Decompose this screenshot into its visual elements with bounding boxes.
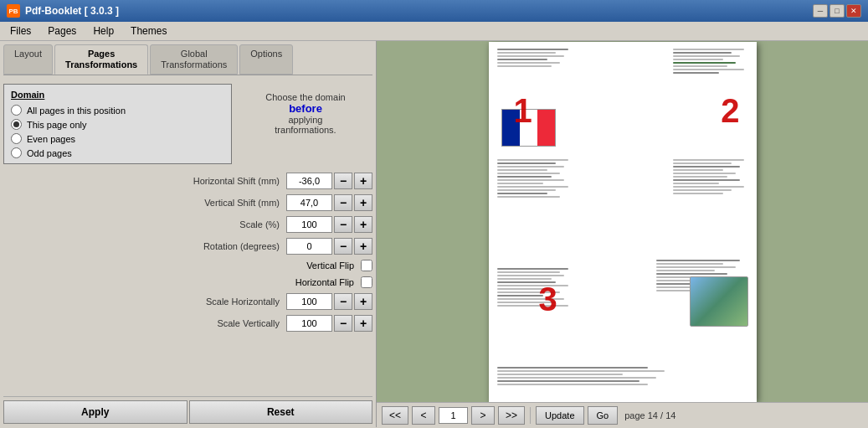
text-col-1	[497, 49, 573, 67]
page-number-2: 2	[721, 92, 739, 130]
scale-input[interactable]	[286, 216, 332, 233]
page-number-3: 3	[539, 281, 557, 318]
vertical-shift-row: Vertical Shift (mm) − +	[3, 194, 372, 211]
main-container: Layout PagesTransformations GlobalTransf…	[0, 41, 868, 427]
scale-vertically-group: − +	[286, 315, 372, 332]
tab-options[interactable]: Options	[239, 44, 293, 75]
reset-button[interactable]: Reset	[189, 400, 373, 424]
scale-horizontally-minus[interactable]: −	[334, 293, 352, 310]
pdf-page: 1 2	[489, 42, 757, 402]
vertical-flip-checkbox[interactable]	[361, 260, 372, 271]
radio-circle-odd	[11, 147, 22, 158]
scale-vertically-label: Scale Vertically	[3, 318, 286, 328]
scale-plus[interactable]: +	[354, 216, 372, 233]
horizontal-shift-row: Horizontal Shift (mm) − +	[3, 173, 372, 189]
scale-horizontally-plus[interactable]: +	[354, 293, 372, 310]
nav-prev-button[interactable]: <	[412, 406, 435, 425]
radio-even-pages[interactable]: Even pages	[11, 133, 224, 144]
diagonal-text: Géographie	[489, 244, 512, 275]
domain-box: Domain All pages in this position This p…	[3, 84, 232, 164]
nav-first-button[interactable]: <<	[382, 406, 408, 425]
scale-horizontally-input[interactable]	[286, 293, 332, 310]
left-panel: Layout PagesTransformations GlobalTransf…	[0, 41, 377, 427]
scale-vertically-plus[interactable]: +	[354, 315, 372, 332]
navigation-bar: << < > >> Update Go page 14 / 14	[377, 402, 868, 427]
nav-last-button[interactable]: >>	[498, 406, 525, 425]
title-bar: PB Pdf-Booklet [ 3.0.3 ] ─ □ ✕	[0, 0, 868, 22]
horizontal-shift-input[interactable]	[286, 173, 332, 189]
rotation-minus[interactable]: −	[334, 238, 352, 255]
nav-update-button[interactable]: Update	[536, 406, 583, 425]
window-controls[interactable]: ─ □ ✕	[813, 4, 861, 18]
scale-vertically-input[interactable]	[286, 315, 332, 332]
map-image	[690, 276, 748, 327]
horizontal-flip-label: Horizontal Flip	[3, 277, 361, 287]
vertical-flip-row: Vertical Flip	[3, 260, 372, 271]
scale-minus[interactable]: −	[334, 216, 352, 233]
pdf-preview-area: 1 2	[377, 41, 868, 402]
menu-pages[interactable]: Pages	[41, 23, 83, 39]
right-panel: 1 2	[377, 41, 868, 427]
scale-horizontally-group: − +	[286, 293, 372, 310]
horizontal-shift-minus[interactable]: −	[334, 173, 352, 189]
nav-separator	[530, 407, 531, 424]
app-title: Pdf-Booklet [ 3.0.3 ]	[25, 5, 119, 17]
vertical-shift-group: − +	[286, 194, 372, 211]
nav-next-button[interactable]: >	[471, 406, 495, 425]
menu-help[interactable]: Help	[86, 23, 121, 39]
scale-group: − +	[286, 216, 372, 233]
nav-page-input[interactable]	[439, 407, 468, 424]
apply-button[interactable]: Apply	[3, 400, 187, 424]
radio-circle-all	[11, 105, 22, 116]
tab-global-transformations[interactable]: GlobalTransformations	[150, 44, 238, 75]
menu-files[interactable]: Files	[3, 23, 38, 39]
domain-title: Domain	[11, 90, 224, 100]
horizontal-shift-label: Horizontal Shift (mm)	[3, 176, 286, 186]
tab-pages-transformations[interactable]: PagesTransformations	[54, 44, 148, 75]
vertical-shift-label: Vertical Shift (mm)	[3, 198, 286, 208]
maximize-button[interactable]: □	[829, 4, 845, 18]
menu-bar: Files Pages Help Themes	[0, 22, 868, 41]
rotation-input[interactable]	[286, 238, 332, 255]
radio-all-pages[interactable]: All pages in this position	[11, 105, 224, 116]
minimize-button[interactable]: ─	[813, 4, 828, 18]
close-button[interactable]: ✕	[846, 4, 861, 18]
rotation-label: Rotation (degrees)	[3, 241, 286, 251]
radio-circle-even	[11, 133, 22, 144]
page-number-1: 1	[514, 92, 532, 130]
text-col-7	[497, 367, 748, 385]
radio-this-page[interactable]: This page only	[11, 119, 224, 130]
page-info: page 14 / 14	[624, 410, 675, 420]
radio-circle-this	[11, 119, 22, 130]
scale-vertically-minus[interactable]: −	[334, 315, 352, 332]
app-icon: PB	[7, 4, 20, 18]
vertical-shift-input[interactable]	[286, 194, 332, 211]
horizontal-flip-row: Horizontal Flip	[3, 276, 372, 288]
scale-row: Scale (%) − +	[3, 216, 372, 233]
tab-layout[interactable]: Layout	[3, 44, 53, 75]
horizontal-shift-plus[interactable]: +	[354, 173, 372, 189]
rotation-row: Rotation (degrees) − +	[3, 238, 372, 255]
vertical-shift-plus[interactable]: +	[354, 194, 372, 211]
radio-group: All pages in this position This page onl…	[11, 105, 224, 158]
horizontal-flip-checkbox[interactable]	[361, 276, 372, 288]
vertical-shift-minus[interactable]: −	[334, 194, 352, 211]
tabs-container: Layout PagesTransformations GlobalTransf…	[3, 44, 372, 75]
vertical-flip-label: Vertical Flip	[3, 260, 361, 271]
text-col-2	[673, 49, 748, 74]
domain-info: Choose the domain before applying tranfo…	[239, 84, 372, 168]
scale-horizontally-row: Scale Horizontally − +	[3, 293, 372, 310]
rotation-group: − +	[286, 238, 372, 255]
menu-themes[interactable]: Themes	[124, 23, 173, 39]
scale-vertically-row: Scale Vertically − +	[3, 315, 372, 332]
title-bar-left: PB Pdf-Booklet [ 3.0.3 ]	[7, 4, 119, 18]
nav-go-button[interactable]: Go	[588, 406, 619, 425]
text-col-3	[497, 159, 573, 198]
horizontal-shift-group: − +	[286, 173, 372, 189]
radio-odd-pages[interactable]: Odd pages	[11, 147, 224, 158]
scale-horizontally-label: Scale Horizontally	[3, 297, 286, 307]
bottom-buttons: Apply Reset	[3, 396, 372, 424]
rotation-plus[interactable]: +	[354, 238, 372, 255]
scale-label: Scale (%)	[3, 219, 286, 229]
form-controls: Horizontal Shift (mm) − + Vertical Shift…	[3, 173, 372, 337]
